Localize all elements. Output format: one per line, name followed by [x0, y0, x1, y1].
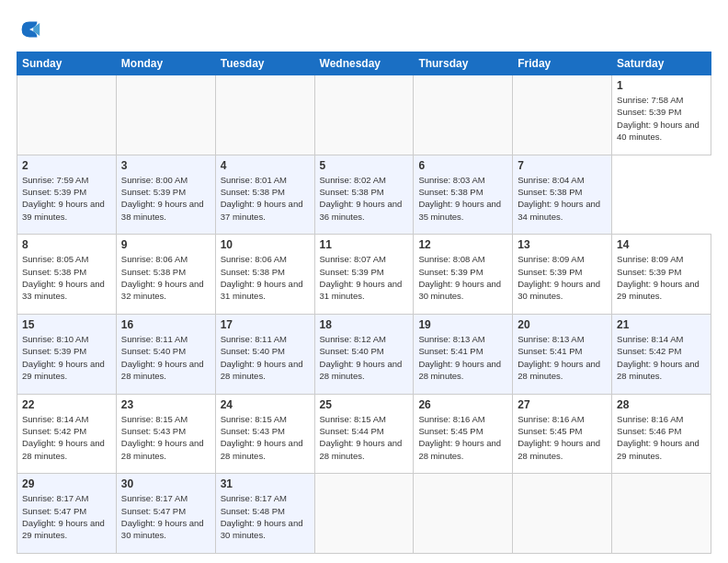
calendar-cell: 13 Sunrise: 8:09 AM Sunset: 5:39 PM Dayl… [513, 235, 612, 315]
calendar-cell: 17 Sunrise: 8:11 AM Sunset: 5:40 PM Dayl… [215, 314, 314, 394]
sunset: Sunset: 5:44 PM [320, 425, 409, 437]
day-number: 25 [320, 398, 409, 411]
sunrise: Sunrise: 8:07 AM [320, 253, 409, 265]
daylight: Daylight: 9 hours and 30 minutes. [121, 517, 210, 542]
day-info: Sunrise: 8:17 AM Sunset: 5:47 PM Dayligh… [22, 492, 111, 541]
sunset: Sunset: 5:41 PM [518, 345, 607, 357]
sunrise: Sunrise: 8:17 AM [121, 492, 210, 504]
daylight: Daylight: 9 hours and 28 minutes. [320, 437, 409, 462]
sunset: Sunset: 5:39 PM [418, 266, 507, 278]
sunrise: Sunrise: 7:58 AM [617, 94, 706, 106]
day-number: 26 [418, 398, 507, 411]
day-info: Sunrise: 8:13 AM Sunset: 5:41 PM Dayligh… [518, 333, 607, 382]
sunset: Sunset: 5:38 PM [121, 266, 210, 278]
sunrise: Sunrise: 8:16 AM [518, 413, 607, 425]
calendar-cell: 31 Sunrise: 8:17 AM Sunset: 5:48 PM Dayl… [215, 474, 314, 554]
day-number: 30 [121, 477, 210, 490]
daylight: Daylight: 9 hours and 38 minutes. [121, 198, 210, 223]
day-number: 22 [22, 398, 111, 411]
sunrise: Sunrise: 8:17 AM [221, 492, 310, 504]
daylight: Daylight: 9 hours and 28 minutes. [121, 358, 210, 383]
calendar-cell [215, 75, 314, 155]
calendar-cell: 7 Sunrise: 8:04 AM Sunset: 5:38 PM Dayli… [513, 155, 612, 235]
day-info: Sunrise: 8:15 AM Sunset: 5:43 PM Dayligh… [121, 413, 210, 462]
sunset: Sunset: 5:39 PM [22, 186, 111, 198]
sunset: Sunset: 5:40 PM [121, 345, 210, 357]
sunrise: Sunrise: 8:02 AM [320, 174, 409, 186]
day-info: Sunrise: 8:16 AM Sunset: 5:45 PM Dayligh… [418, 413, 507, 462]
day-number: 18 [320, 318, 409, 331]
sunrise: Sunrise: 8:11 AM [221, 333, 310, 345]
sunrise: Sunrise: 8:15 AM [221, 413, 310, 425]
calendar-header-thursday: Thursday [414, 52, 513, 75]
day-number: 27 [518, 398, 607, 411]
daylight: Daylight: 9 hours and 28 minutes. [22, 437, 111, 462]
day-info: Sunrise: 8:06 AM Sunset: 5:38 PM Dayligh… [221, 253, 310, 302]
calendar-cell: 15 Sunrise: 8:10 AM Sunset: 5:39 PM Dayl… [17, 314, 117, 394]
calendar-cell [414, 75, 513, 155]
calendar-cell: 5 Sunrise: 8:02 AM Sunset: 5:38 PM Dayli… [314, 155, 414, 235]
daylight: Daylight: 9 hours and 30 minutes. [221, 517, 310, 542]
header [17, 17, 711, 42]
calendar-header-sunday: Sunday [17, 52, 117, 75]
sunrise: Sunrise: 8:17 AM [22, 492, 111, 504]
calendar-cell: 22 Sunrise: 8:14 AM Sunset: 5:42 PM Dayl… [17, 394, 117, 474]
day-info: Sunrise: 8:15 AM Sunset: 5:44 PM Dayligh… [320, 413, 409, 462]
day-info: Sunrise: 8:09 AM Sunset: 5:39 PM Dayligh… [518, 253, 607, 302]
day-info: Sunrise: 8:12 AM Sunset: 5:40 PM Dayligh… [320, 333, 409, 382]
calendar-cell [513, 75, 612, 155]
day-info: Sunrise: 8:14 AM Sunset: 5:42 PM Dayligh… [22, 413, 111, 462]
daylight: Daylight: 9 hours and 29 minutes. [22, 517, 111, 542]
daylight: Daylight: 9 hours and 39 minutes. [22, 198, 111, 223]
sunset: Sunset: 5:42 PM [22, 425, 111, 437]
day-info: Sunrise: 8:17 AM Sunset: 5:48 PM Dayligh… [221, 492, 310, 541]
calendar-cell: 3 Sunrise: 8:00 AM Sunset: 5:39 PM Dayli… [116, 155, 215, 235]
calendar-cell [314, 75, 414, 155]
sunrise: Sunrise: 8:00 AM [121, 174, 210, 186]
daylight: Daylight: 9 hours and 36 minutes. [320, 198, 409, 223]
sunset: Sunset: 5:38 PM [418, 186, 507, 198]
calendar-cell: 26 Sunrise: 8:16 AM Sunset: 5:45 PM Dayl… [414, 394, 513, 474]
day-info: Sunrise: 8:17 AM Sunset: 5:47 PM Dayligh… [121, 492, 210, 541]
day-number: 19 [418, 318, 507, 331]
calendar-cell: 29 Sunrise: 8:17 AM Sunset: 5:47 PM Dayl… [17, 474, 117, 554]
day-number: 12 [418, 238, 507, 251]
day-info: Sunrise: 8:06 AM Sunset: 5:38 PM Dayligh… [121, 253, 210, 302]
day-info: Sunrise: 7:59 AM Sunset: 5:39 PM Dayligh… [22, 174, 111, 223]
daylight: Daylight: 9 hours and 37 minutes. [221, 198, 310, 223]
day-info: Sunrise: 8:05 AM Sunset: 5:38 PM Dayligh… [22, 253, 111, 302]
calendar-header-wednesday: Wednesday [314, 52, 414, 75]
sunrise: Sunrise: 8:10 AM [22, 333, 111, 345]
calendar-cell [414, 474, 513, 554]
daylight: Daylight: 9 hours and 28 minutes. [518, 358, 607, 383]
day-info: Sunrise: 8:14 AM Sunset: 5:42 PM Dayligh… [617, 333, 706, 382]
daylight: Daylight: 9 hours and 35 minutes. [418, 198, 507, 223]
day-info: Sunrise: 8:00 AM Sunset: 5:39 PM Dayligh… [121, 174, 210, 223]
calendar-header-monday: Monday [116, 52, 215, 75]
sunset: Sunset: 5:40 PM [320, 345, 409, 357]
sunrise: Sunrise: 8:15 AM [121, 413, 210, 425]
sunset: Sunset: 5:39 PM [22, 345, 111, 357]
calendar-cell: 16 Sunrise: 8:11 AM Sunset: 5:40 PM Dayl… [116, 314, 215, 394]
daylight: Daylight: 9 hours and 28 minutes. [320, 358, 409, 383]
sunrise: Sunrise: 7:59 AM [22, 174, 111, 186]
day-info: Sunrise: 8:16 AM Sunset: 5:45 PM Dayligh… [518, 413, 607, 462]
day-info: Sunrise: 8:07 AM Sunset: 5:39 PM Dayligh… [320, 253, 409, 302]
logo [17, 17, 46, 42]
calendar-cell: 6 Sunrise: 8:03 AM Sunset: 5:38 PM Dayli… [414, 155, 513, 235]
daylight: Daylight: 9 hours and 28 minutes. [121, 437, 210, 462]
calendar-cell: 4 Sunrise: 8:01 AM Sunset: 5:38 PM Dayli… [215, 155, 314, 235]
day-number: 1 [617, 79, 706, 92]
day-info: Sunrise: 8:15 AM Sunset: 5:43 PM Dayligh… [221, 413, 310, 462]
sunrise: Sunrise: 8:12 AM [320, 333, 409, 345]
day-info: Sunrise: 8:11 AM Sunset: 5:40 PM Dayligh… [121, 333, 210, 382]
sunrise: Sunrise: 8:09 AM [617, 253, 706, 265]
calendar-header-friday: Friday [513, 52, 612, 75]
sunset: Sunset: 5:45 PM [518, 425, 607, 437]
calendar-header-saturday: Saturday [612, 52, 711, 75]
sunset: Sunset: 5:39 PM [617, 266, 706, 278]
day-number: 6 [418, 159, 507, 172]
calendar-cell: 12 Sunrise: 8:08 AM Sunset: 5:39 PM Dayl… [414, 235, 513, 315]
sunset: Sunset: 5:43 PM [221, 425, 310, 437]
day-info: Sunrise: 8:09 AM Sunset: 5:39 PM Dayligh… [617, 253, 706, 302]
